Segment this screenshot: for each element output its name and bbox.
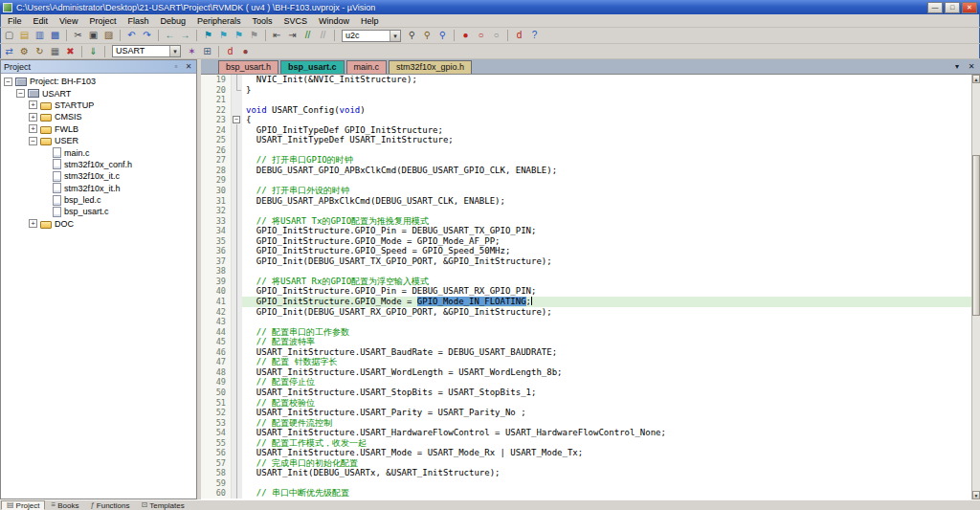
code-text[interactable]: void USART_Config(void): [242, 105, 971, 116]
manage-project-items-button[interactable]: ⊞: [200, 45, 214, 58]
panel-tab-books[interactable]: ≡Books: [45, 500, 84, 510]
tree-item-bsp-led-c[interactable]: bsp_led.c: [1, 194, 196, 206]
tab-stm32f10x-gpio-h[interactable]: stm32f10x_gpio.h: [389, 60, 472, 74]
find-combo[interactable]: u2c▾: [342, 30, 401, 42]
breakpoints-window-button[interactable]: ●: [238, 45, 253, 58]
stop-build-button[interactable]: ✖: [63, 45, 78, 58]
code-text[interactable]: // 串口中断优先级配置: [242, 488, 971, 499]
open-file-button[interactable]: ▤: [17, 29, 32, 42]
panel-close-button[interactable]: ✕: [184, 61, 193, 72]
code-text[interactable]: USART_InitStructure.USART_Mode = USART_M…: [242, 448, 971, 458]
code-text[interactable]: // 打开串口GPIO的时钟: [242, 155, 971, 166]
fold-collapse-icon[interactable]: −: [233, 116, 240, 123]
tab-bsp-usart-h[interactable]: bsp_usart.h: [218, 60, 278, 74]
code-text[interactable]: GPIO_Init(DEBUG_USART_TX_GPIO_PORT, &GPI…: [242, 256, 971, 267]
redo-button[interactable]: ↷: [140, 29, 154, 42]
collapse-icon[interactable]: −: [16, 89, 25, 98]
tree-item-stm32f10x-conf-h[interactable]: stm32f10x_conf.h: [1, 159, 196, 170]
bookmark-toggle-button[interactable]: ⚑: [201, 29, 215, 42]
code-text[interactable]: USART_InitStructure.USART_StopBits = USA…: [242, 388, 971, 398]
code-text[interactable]: // 配置校验位: [242, 398, 971, 409]
expand-icon[interactable]: +: [29, 113, 37, 122]
new-file-button[interactable]: ▢: [2, 29, 16, 42]
kill-all-breakpoints-button[interactable]: ○: [489, 29, 503, 42]
translate-file-button[interactable]: ⇄: [2, 45, 16, 58]
code-text[interactable]: GPIO_InitStructure.GPIO_Pin = DEBUG_USAR…: [242, 286, 971, 297]
code-text[interactable]: USART_InitStructure.USART_Parity = USART…: [242, 408, 971, 418]
code-text[interactable]: GPIO_InitStructure.GPIO_Mode = GPIO_Mode…: [242, 297, 971, 307]
code-text[interactable]: // 打开串口外设的时钟: [242, 186, 971, 196]
code-text[interactable]: [242, 175, 971, 186]
tree-item-doc[interactable]: +DOC: [1, 218, 196, 230]
menu-help[interactable]: Help: [355, 15, 385, 27]
chevron-down-icon[interactable]: ▾: [169, 46, 180, 56]
build-target-button[interactable]: ⚙: [17, 45, 32, 58]
cut-button[interactable]: ✂: [71, 29, 85, 42]
tab-bsp-usart-c[interactable]: bsp_usart.c: [280, 60, 345, 74]
code-text[interactable]: DEBUG_USART_GPIO_APBxClkCmd(DEBUG_USART_…: [242, 166, 971, 176]
scroll-down-icon[interactable]: ▼: [972, 491, 980, 499]
scrollbar-thumb[interactable]: [972, 155, 980, 316]
code-text[interactable]: GPIO_Init(DEBUG_USART_RX_GPIO_PORT, &GPI…: [242, 307, 971, 318]
uncomment-selection-button[interactable]: //: [316, 29, 330, 42]
tree-item-bsp-usart-c[interactable]: bsp_usart.c: [1, 206, 196, 217]
code-text[interactable]: USART_InitStructure.USART_HardwareFlowCo…: [242, 428, 971, 438]
incremental-find-button[interactable]: ⚲: [435, 29, 450, 42]
code-text[interactable]: // 配置硬件流控制: [242, 418, 971, 429]
save-button[interactable]: ▥: [33, 29, 47, 42]
code-text[interactable]: // 配置停止位: [242, 377, 971, 388]
code-text[interactable]: [242, 95, 971, 105]
code-text[interactable]: GPIO_InitStructure.GPIO_Mode = GPIO_Mode…: [242, 236, 971, 247]
code-text[interactable]: USART_InitTypeDef USART_InitStructure;: [242, 135, 971, 145]
menu-edit[interactable]: Edit: [28, 15, 55, 27]
start-stop-debug-button[interactable]: d: [512, 29, 526, 42]
download-to-flash-button[interactable]: ⇓: [86, 45, 100, 58]
select-target-combo-value[interactable]: USART: [113, 46, 169, 56]
menu-tools[interactable]: Tools: [246, 15, 278, 27]
panel-tab-functions[interactable]: ƒFunctions: [84, 500, 135, 510]
tree-item-fwlb[interactable]: +FWLB: [1, 123, 196, 135]
tab-close-button[interactable]: ✕: [966, 61, 977, 73]
find-combo-value[interactable]: u2c: [343, 31, 390, 41]
minimize-button[interactable]: —: [927, 2, 943, 13]
code-text[interactable]: [242, 478, 971, 489]
code-text[interactable]: [242, 317, 971, 327]
expand-icon[interactable]: +: [29, 219, 37, 228]
code-text[interactable]: // 配置波特率: [242, 337, 971, 347]
help-button[interactable]: ?: [527, 29, 542, 42]
menu-peripherals[interactable]: Peripherals: [191, 15, 247, 27]
copy-button[interactable]: ▣: [86, 29, 100, 42]
code-text[interactable]: // 将USART Tx的GPIO配置为推挽复用模式: [242, 216, 971, 227]
editor-vertical-scrollbar[interactable]: ▲ ▼: [971, 75, 980, 499]
tree-item-stm32f10x-it-c[interactable]: stm32f10x_it.c: [1, 170, 196, 182]
tree-item-project-bh-f103[interactable]: −Project: BH-F103: [1, 76, 196, 87]
code-text[interactable]: // 配置 针数据字长: [242, 357, 971, 367]
navigate-forward-button[interactable]: →: [178, 29, 192, 42]
maximize-button[interactable]: □: [945, 2, 960, 13]
menu-svcs[interactable]: SVCS: [278, 15, 314, 27]
debug-session-button[interactable]: d: [223, 45, 237, 58]
expand-icon[interactable]: +: [29, 124, 37, 133]
target-options-button[interactable]: ✶: [185, 45, 199, 58]
code-text[interactable]: // 配置串口的工作参数: [242, 327, 971, 338]
code-text[interactable]: // 将USART Rx的GPIO配置为浮空输入模式: [242, 277, 971, 287]
find-in-files-button[interactable]: ⚲: [420, 29, 434, 42]
collapse-icon[interactable]: −: [4, 78, 12, 86]
menu-window[interactable]: Window: [313, 15, 355, 27]
code-text[interactable]: // 完成串口的初始化配置: [242, 458, 971, 469]
menu-debug[interactable]: Debug: [154, 15, 191, 27]
tab-main-c[interactable]: main.c: [346, 60, 388, 74]
panel-tab-templates[interactable]: ⊡Templates: [136, 500, 190, 510]
indent-left-button[interactable]: ⇤: [270, 29, 284, 42]
tree-item-usart[interactable]: −USART: [1, 87, 196, 99]
select-target-combo[interactable]: USART▾: [112, 45, 181, 57]
code-text[interactable]: NVIC_Init(&NVIC_InitStructure);: [242, 75, 971, 85]
tree-item-main-c[interactable]: main.c: [1, 146, 196, 158]
menu-view[interactable]: View: [54, 15, 83, 27]
save-all-button[interactable]: ▩: [48, 29, 62, 42]
find-button[interactable]: ⚲: [405, 29, 419, 42]
scroll-up-icon[interactable]: ▲: [972, 75, 980, 83]
paste-button[interactable]: ▨: [101, 29, 116, 42]
code-text[interactable]: USART_Init(DEBUG_USARTx, &USART_InitStru…: [242, 468, 971, 478]
tab-list-button[interactable]: ▾: [951, 61, 963, 73]
